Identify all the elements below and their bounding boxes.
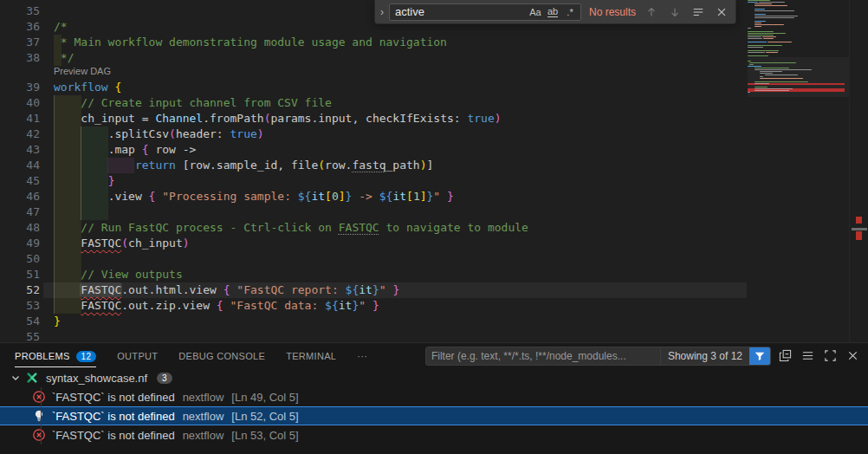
problem-location: [Ln 53, Col 5] [231, 429, 298, 442]
filter-showing-label: Showing 3 of 12 [660, 347, 749, 365]
whole-word-icon[interactable]: ab [544, 4, 561, 20]
ruler-mark [852, 228, 867, 230]
ruler-mark [856, 217, 862, 224]
regex-icon[interactable]: .* [561, 4, 579, 20]
vscode-window: 3536/*37 * Main workflow demonstrating m… [0, 0, 868, 454]
code-line[interactable]: 44 return [row.sample_id, file(row.fastq… [0, 158, 747, 173]
problem-rows: `FASTQC` is not definednextflow[Ln 49, C… [0, 387, 868, 444]
code-line[interactable]: 53 FASTQC.out.zip.view { "FastQC data: $… [0, 298, 747, 314]
toggle-replace-button[interactable]: › [375, 0, 389, 23]
filter-funnel-icon[interactable] [749, 347, 770, 366]
problem-location: [Ln 49, Col 5] [231, 391, 298, 404]
error-icon [32, 390, 46, 404]
code-lines: 3536/*37 * Main workflow demonstrating m… [0, 0, 868, 342]
panel-tab-terminal[interactable]: TERMINAL [286, 345, 336, 366]
find-widget: › active Aa ab .* No results [374, 0, 736, 24]
close-find-icon[interactable] [713, 3, 730, 21]
view-as-table-icon[interactable] [799, 347, 816, 365]
line-number: 44 [0, 158, 40, 173]
line-number: 43 [0, 142, 40, 158]
code-line[interactable]: 46 .view { "Processing sample: ${it[0]} … [0, 189, 747, 204]
code-line[interactable]: 42 .splitCsv(header: true) [0, 126, 747, 142]
code-line[interactable]: 39workflow { [0, 80, 747, 95]
problem-message: `FASTQC` is not defined [52, 429, 175, 442]
problem-message: `FASTQC` is not defined [52, 391, 175, 404]
line-number: 35 [0, 3, 40, 19]
problem-source: nextflow [183, 391, 224, 404]
lightbulb-icon [32, 409, 46, 423]
code-line[interactable]: 49 FASTQC(ch_input) [0, 236, 747, 251]
code-line[interactable]: 48 // Run FastQC process - Ctrl-click on… [0, 220, 747, 236]
line-number: 40 [0, 95, 40, 111]
collapse-all-icon[interactable] [776, 347, 794, 365]
panel-tabs: PROBLEMS12OUTPUTDEBUG CONSOLETERMINAL··· [15, 345, 367, 367]
overview-ruler [849, 0, 868, 342]
code-editor[interactable]: 3536/*37 * Main workflow demonstrating m… [0, 0, 868, 342]
chevron-down-icon[interactable] [9, 371, 23, 385]
line-number: 37 [0, 35, 40, 50]
panel-title-bar: PROBLEMS12OUTPUTDEBUG CONSOLETERMINAL···… [0, 343, 868, 368]
line-number: 41 [0, 111, 40, 126]
line-number: 38 [0, 50, 40, 66]
line-number: 36 [0, 19, 40, 35]
previous-match-icon[interactable] [643, 3, 660, 21]
next-match-icon[interactable] [666, 3, 683, 21]
code-line[interactable]: 47 [0, 204, 747, 220]
match-case-icon[interactable]: Aa [527, 4, 544, 20]
code-line[interactable]: 45 } [0, 173, 747, 189]
ruler-mark [856, 231, 862, 240]
code-line[interactable]: 43 .map { row -> [0, 142, 747, 158]
line-number: 39 [0, 80, 40, 95]
close-panel-icon[interactable] [844, 347, 861, 365]
line-number: 47 [0, 204, 40, 220]
line-number: 50 [0, 251, 40, 267]
bottom-panel: PROBLEMS12OUTPUTDEBUG CONSOLETERMINAL···… [0, 342, 868, 454]
line-number: 45 [0, 173, 40, 189]
line-number: 52 [0, 282, 40, 298]
code-lens-preview-dag[interactable]: Preview DAG [54, 65, 111, 77]
problem-message: `FASTQC` is not defined [52, 410, 175, 423]
problem-row[interactable]: `FASTQC` is not definednextflow[Ln 53, C… [0, 425, 868, 444]
code-line[interactable]: 54} [0, 314, 747, 329]
line-number: 53 [0, 298, 40, 314]
panel-tab-problems[interactable]: PROBLEMS12 [15, 345, 96, 367]
code-line[interactable]: 38 */ [0, 50, 747, 66]
file-problem-count-badge: 3 [157, 373, 172, 384]
line-number: 46 [0, 189, 40, 204]
problems-filter: Showing 3 of 12 [425, 347, 771, 366]
problems-file-name: syntax_showcase.nf [46, 372, 147, 385]
panel-tab-output[interactable]: OUTPUT [117, 345, 158, 366]
problem-row[interactable]: `FASTQC` is not definednextflow[Ln 52, C… [0, 406, 868, 425]
code-line[interactable]: 41 ch_input = Channel.fromPath(params.in… [0, 111, 747, 126]
problem-source: nextflow [183, 429, 224, 442]
error-icon [32, 428, 46, 442]
tree-indent-guide [41, 387, 42, 444]
line-number: 54 [0, 314, 40, 329]
line-number: 49 [0, 236, 40, 251]
line-number: 42 [0, 126, 40, 142]
problem-source: nextflow [183, 410, 224, 423]
problem-location: [Ln 52, Col 5] [231, 410, 298, 423]
code-line[interactable]: 40 // Create input channel from CSV file [0, 95, 747, 111]
line-number: 51 [0, 267, 40, 282]
problems-file-row[interactable]: syntax_showcase.nf 3 [0, 368, 868, 387]
code-line[interactable]: 51 // View outputs [0, 267, 747, 282]
maximize-panel-icon[interactable] [821, 347, 839, 365]
code-line[interactable]: 52 FASTQC.out.html.view { "FastQC report… [0, 282, 747, 298]
code-line[interactable]: 37 * Main workflow demonstrating module … [0, 35, 747, 50]
panel-tab-debug-console[interactable]: DEBUG CONSOLE [178, 345, 265, 366]
panel-tab--[interactable]: ··· [357, 345, 367, 366]
nextflow-icon [25, 371, 39, 385]
find-input-value[interactable]: active [395, 5, 527, 18]
problems-filter-input[interactable] [426, 350, 660, 362]
problem-row[interactable]: `FASTQC` is not definednextflow[Ln 49, C… [0, 387, 868, 406]
problems-tree: syntax_showcase.nf 3 `FASTQC` is not def… [0, 368, 868, 444]
find-input[interactable]: active Aa ab .* [389, 3, 581, 21]
minimap[interactable] [748, 0, 849, 342]
problems-count-badge: 12 [76, 351, 97, 362]
find-results-label: No results [589, 6, 636, 18]
code-line[interactable]: 50 [0, 251, 747, 267]
line-number: 48 [0, 220, 40, 236]
find-in-selection-icon[interactable] [690, 3, 707, 21]
